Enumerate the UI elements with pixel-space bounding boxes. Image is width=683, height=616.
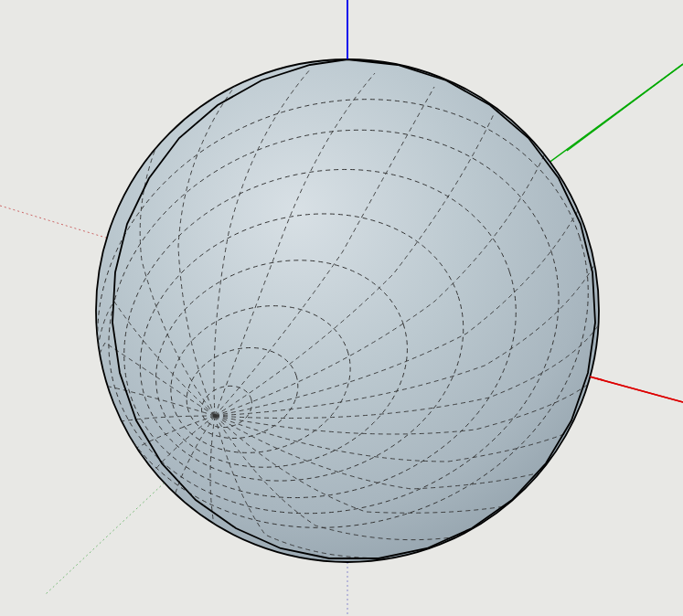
viewport-canvas[interactable] bbox=[0, 0, 683, 616]
x-axis-tip bbox=[596, 378, 683, 402]
sphere-model[interactable] bbox=[41, 37, 645, 590]
svg-point-9 bbox=[213, 414, 217, 418]
3d-viewport[interactable] bbox=[0, 0, 683, 616]
y-axis-tip bbox=[567, 64, 683, 151]
svg-line-10 bbox=[590, 377, 603, 380]
